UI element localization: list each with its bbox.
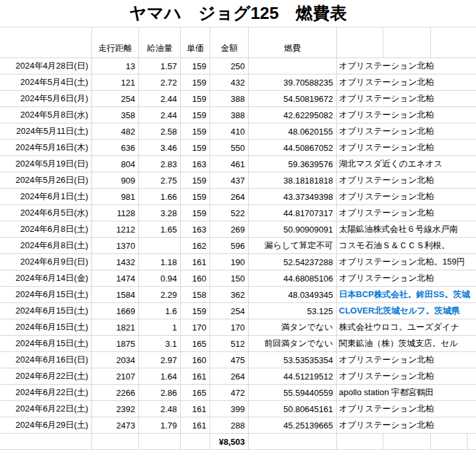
header-empty-cell-h[interactable]	[383, 27, 431, 57]
cell-date[interactable]: 2024年4月28日(日)	[0, 58, 92, 74]
cell-amount[interactable]: 254	[210, 303, 249, 319]
cell-amount[interactable]: 170	[210, 319, 249, 335]
cell-date[interactable]: 2024年6月16日(日)	[0, 352, 92, 368]
cell-distance[interactable]: 1821	[92, 319, 139, 335]
cell-economy[interactable]: 43.37349398	[249, 189, 337, 204]
cell-note[interactable]: apollo station 宇都宮鶴田	[337, 385, 476, 400]
cell-date[interactable]: 2024年6月22日(土)	[0, 368, 92, 384]
cell-unit-price[interactable]: 159	[181, 58, 210, 74]
cell-note[interactable]: オブリステーション北柏	[337, 172, 476, 188]
cell-unit-price[interactable]: 159	[181, 74, 210, 90]
cell-note[interactable]: 太陽鉱油株式会社６号線水戸南	[337, 221, 476, 237]
header-economy[interactable]: 燃費	[249, 27, 337, 57]
cell-amount[interactable]: 472	[210, 385, 249, 400]
cell-economy[interactable]: 59.3639576	[249, 156, 337, 172]
header-empty-cell-g[interactable]	[337, 27, 383, 57]
cell-amount[interactable]: 388	[210, 107, 249, 123]
cell-economy[interactable]: 38.18181818	[249, 172, 337, 188]
cell-amount[interactable]: 288	[210, 417, 249, 433]
cell-unit-price[interactable]: 161	[181, 401, 210, 417]
cell-distance[interactable]: 2392	[92, 401, 139, 417]
cell-amount[interactable]: 550	[210, 140, 249, 155]
cell-date[interactable]: 2024年6月15日(土)	[0, 303, 92, 319]
cell-amount[interactable]: 437	[210, 172, 249, 188]
cell-note[interactable]: CLOVER北茨城セルフ。茨城県	[337, 303, 476, 319]
cell-amount[interactable]: 388	[210, 91, 249, 106]
cell-fuel[interactable]: 2.48	[139, 401, 181, 417]
total-empty-cell-h[interactable]	[383, 434, 431, 449]
header-date[interactable]	[0, 27, 92, 57]
cell-fuel[interactable]: 2.97	[139, 352, 181, 368]
cell-unit-price[interactable]: 161	[181, 368, 210, 384]
header-unit-price[interactable]: 単価	[181, 27, 210, 57]
cell-date[interactable]: 2024年6月15日(土)	[0, 336, 92, 351]
cell-fuel[interactable]: 2.44	[139, 107, 181, 123]
cell-economy[interactable]: 44.51219512	[249, 368, 337, 384]
total-empty-distance[interactable]	[92, 434, 139, 449]
cell-unit-price[interactable]: 162	[181, 238, 210, 253]
cell-note[interactable]: オブリステーション北柏	[337, 107, 476, 123]
cell-fuel[interactable]: 1.6	[139, 303, 181, 319]
cell-distance[interactable]: 1474	[92, 270, 139, 286]
cell-unit-price[interactable]: 161	[181, 417, 210, 433]
cell-economy[interactable]: 前回満タンでない	[249, 336, 337, 351]
cell-economy[interactable]	[249, 58, 337, 74]
cell-amount[interactable]: 512	[210, 336, 249, 351]
header-amount[interactable]: 金額	[210, 27, 249, 57]
cell-fuel[interactable]: 1.64	[139, 368, 181, 384]
cell-note[interactable]: オブリステーション北柏	[337, 123, 476, 139]
cell-amount[interactable]: 461	[210, 156, 249, 172]
cell-date[interactable]: 2024年6月14日(金)	[0, 270, 92, 286]
cell-unit-price[interactable]: 159	[181, 303, 210, 319]
cell-fuel[interactable]: 2.72	[139, 74, 181, 90]
cell-amount[interactable]: 596	[210, 238, 249, 253]
cell-fuel[interactable]: 2.44	[139, 91, 181, 106]
cell-unit-price[interactable]: 159	[181, 123, 210, 139]
cell-economy[interactable]: 50.80645161	[249, 401, 337, 417]
cell-distance[interactable]: 1669	[92, 303, 139, 319]
cell-unit-price[interactable]: 159	[181, 172, 210, 188]
cell-note[interactable]: オブリステーション北柏	[337, 401, 476, 417]
cell-amount[interactable]: 410	[210, 123, 249, 139]
cell-date[interactable]: 2024年5月16日(木)	[0, 140, 92, 155]
cell-date[interactable]: 2024年6月1日(土)	[0, 189, 92, 204]
cell-note[interactable]: 湖北マスダ近くのエネオス	[337, 156, 476, 172]
cell-date[interactable]: 2024年6月15日(土)	[0, 319, 92, 335]
cell-distance[interactable]: 804	[92, 156, 139, 172]
total-empty-cell-j[interactable]	[468, 434, 476, 449]
cell-fuel[interactable]: 1	[139, 319, 181, 335]
cell-fuel[interactable]: 3.28	[139, 205, 181, 221]
cell-distance[interactable]: 2473	[92, 417, 139, 433]
cell-date[interactable]: 2024年6月22日(土)	[0, 385, 92, 400]
cell-fuel[interactable]: 2.29	[139, 287, 181, 302]
cell-date[interactable]: 2024年6月8日(土)	[0, 238, 92, 253]
cell-distance[interactable]: 2107	[92, 368, 139, 384]
cell-economy[interactable]: 44.50867052	[249, 140, 337, 155]
cell-date[interactable]: 2024年6月9日(日)	[0, 254, 92, 270]
cell-date[interactable]: 2024年5月26日(日)	[0, 172, 92, 188]
cell-distance[interactable]: 13	[92, 58, 139, 74]
cell-date[interactable]: 2024年6月29日(土)	[0, 417, 92, 433]
cell-amount[interactable]: 264	[210, 368, 249, 384]
cell-unit-price[interactable]: 165	[181, 385, 210, 400]
cell-note[interactable]: 株式会社ウロコ。ユーズダイナ	[337, 319, 476, 335]
header-fuel[interactable]: 給油量	[139, 27, 181, 57]
cell-fuel[interactable]: 1.57	[139, 58, 181, 74]
cell-fuel[interactable]: 1.79	[139, 417, 181, 433]
cell-economy[interactable]: 44.81707317	[249, 205, 337, 221]
cell-date[interactable]: 2024年5月11日(土)	[0, 123, 92, 139]
cell-economy[interactable]: 39.70588235	[249, 74, 337, 90]
cell-amount[interactable]: 250	[210, 58, 249, 74]
cell-unit-price[interactable]: 161	[181, 254, 210, 270]
cell-distance[interactable]: 1212	[92, 221, 139, 237]
cell-amount[interactable]: 522	[210, 205, 249, 221]
cell-amount[interactable]: 269	[210, 221, 249, 237]
cell-unit-price[interactable]: 170	[181, 319, 210, 335]
cell-distance[interactable]: 1128	[92, 205, 139, 221]
cell-economy[interactable]: 44.68085106	[249, 270, 337, 286]
cell-date[interactable]: 2024年6月15日(土)	[0, 287, 92, 302]
total-empty-economy[interactable]	[249, 434, 337, 449]
header-empty-cell-i[interactable]	[431, 27, 476, 57]
cell-note[interactable]: オブリステーション北柏	[337, 270, 476, 286]
cell-fuel[interactable]	[139, 238, 181, 253]
